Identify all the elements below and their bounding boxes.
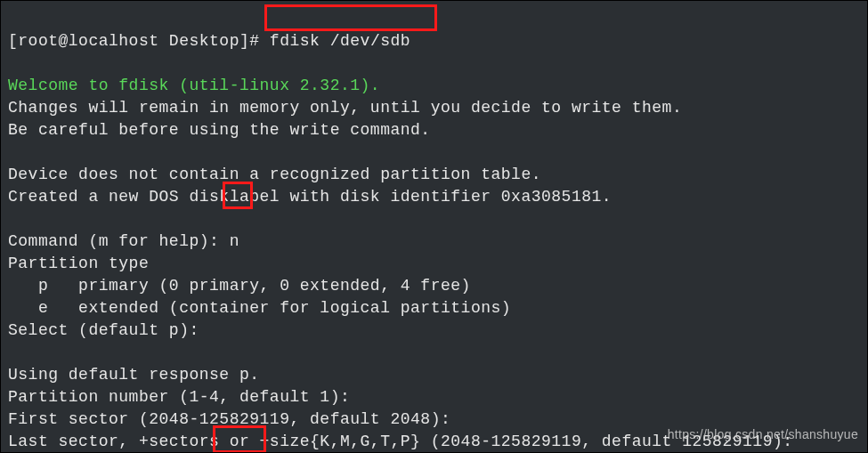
info-line: Device does not contain a recognized par… bbox=[8, 166, 541, 183]
welcome-line: Welcome to fdisk (util-linux 2.32.1). bbox=[8, 77, 380, 94]
shell-command: fdisk /dev/sdb bbox=[270, 32, 410, 50]
info-line: Be careful before using the write comman… bbox=[8, 121, 431, 139]
shell-prompt: [root@localhost Desktop]# bbox=[8, 32, 270, 50]
fdisk-prompt: Command (m for help): bbox=[8, 232, 230, 250]
response-line: Using default response p. bbox=[8, 366, 260, 384]
terminal-output[interactable]: [root@localhost Desktop]# fdisk /dev/sdb… bbox=[1, 1, 867, 453]
partition-number-prompt: Partition number (1-4, default 1): bbox=[8, 388, 350, 406]
select-prompt: Select (default p): bbox=[8, 321, 199, 339]
watermark: https://blog.csdn.net/shanshuyue bbox=[668, 427, 858, 441]
partition-type-header: Partition type bbox=[8, 255, 149, 272]
partition-type-option: p primary (0 primary, 0 extended, 4 free… bbox=[8, 277, 471, 295]
info-line: Changes will remain in memory only, unti… bbox=[8, 99, 682, 117]
partition-type-option: e extended (container for logical partit… bbox=[8, 299, 511, 317]
first-sector-prompt: First sector (2048-125829119, default 20… bbox=[8, 410, 450, 428]
info-line: Created a new DOS disklabel with disk id… bbox=[8, 188, 612, 206]
user-input-n: n bbox=[230, 232, 239, 250]
